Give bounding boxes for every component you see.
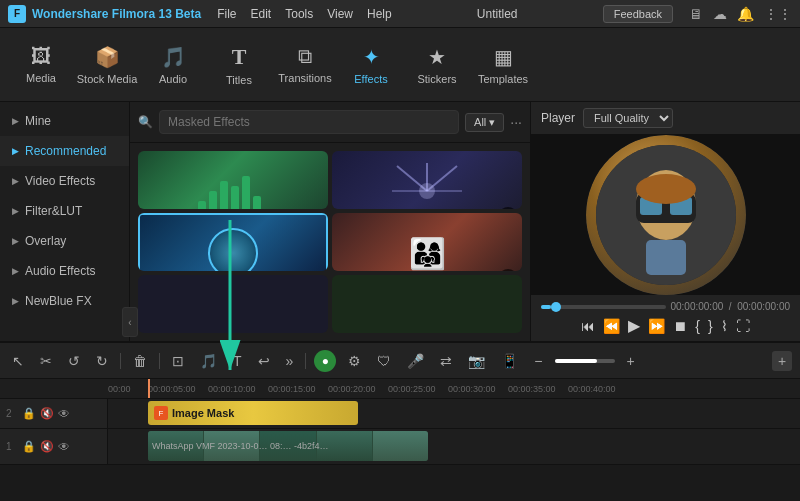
time-row: 00:00:00:00 / 00:00:00:00 xyxy=(541,301,790,312)
tool-titles[interactable]: T Titles xyxy=(208,34,270,96)
main-area: ▶ Mine ▶ Recommended ▶ Video Effects ▶ F… xyxy=(0,102,800,341)
tool-media[interactable]: 🖼 Media xyxy=(10,34,72,96)
search-input[interactable] xyxy=(159,110,459,134)
visualizer-bars-icon xyxy=(193,161,273,209)
track-1-content: WhatsApp VMF 2023-10-0… 08:… -4b2f4… xyxy=(108,429,800,464)
effect-warm-family[interactable]: 👨‍👩‍👧 ⬇ Warm Family 01 xyxy=(332,213,522,271)
skip-back-button[interactable]: ⏮ xyxy=(581,318,595,334)
text-button[interactable]: T xyxy=(229,351,246,371)
zoom-slider[interactable] xyxy=(555,359,615,363)
timeline-ruler: 00:00 00:00:05:00 00:00:10:00 00:00:15:0… xyxy=(0,379,800,399)
shield-button[interactable]: 🛡 xyxy=(373,351,395,371)
menu-tools[interactable]: Tools xyxy=(285,7,313,21)
camera-button[interactable]: 📷 xyxy=(464,351,489,371)
stop-button[interactable]: ⏹ xyxy=(673,318,687,334)
tool-templates[interactable]: ▦ Templates xyxy=(472,34,534,96)
ruler-mark-8: 00:00:40:00 xyxy=(568,384,616,394)
fullscreen-button[interactable]: ⛶ xyxy=(736,318,750,334)
track-2-eye-button[interactable]: 👁 xyxy=(58,407,70,421)
nav-mine[interactable]: ▶ Mine xyxy=(0,106,129,136)
ruler-mark-5: 00:00:25:00 xyxy=(388,384,436,394)
tool-stock-media[interactable]: 📦 Stock Media xyxy=(76,34,138,96)
tool-stickers[interactable]: ★ Stickers xyxy=(406,34,468,96)
redo-button[interactable]: ↻ xyxy=(92,351,112,371)
nav-audio-effects-label: Audio Effects xyxy=(25,264,96,278)
progress-bar[interactable] xyxy=(541,305,666,309)
select-tool-button[interactable]: ↖ xyxy=(8,351,28,371)
progress-fill xyxy=(541,305,551,309)
out-point-button[interactable]: } xyxy=(708,318,713,334)
filter-label: All xyxy=(474,116,486,128)
effect-light-effect[interactable]: ⬇ Light Effect 18 xyxy=(332,151,522,209)
nav-newblue-fx[interactable]: ▶ NewBlue FX xyxy=(0,286,129,316)
effect-thumb-light: ⬇ xyxy=(332,151,522,209)
effect-dark1[interactable] xyxy=(138,275,328,333)
mobile-button[interactable]: 📱 xyxy=(497,351,522,371)
add-track-button[interactable]: + xyxy=(772,351,792,371)
more-options-icon[interactable]: ··· xyxy=(510,114,522,130)
right-panel: Player Full Quality xyxy=(530,102,800,341)
templates-label: Templates xyxy=(478,73,528,85)
ruler-mark-1: 00:00:05:00 xyxy=(148,384,196,394)
nav-recommended[interactable]: ▶ Recommended xyxy=(0,136,129,166)
track-2-mute-button[interactable]: 🔇 xyxy=(40,407,54,420)
effect-image-mask[interactable]: Image Mask xyxy=(138,213,328,271)
nav-filter-lut[interactable]: ▶ Filter&LUT xyxy=(0,196,129,226)
effect-clip-label: Image Mask xyxy=(172,407,234,419)
step-forward-button[interactable]: ⏩ xyxy=(648,318,665,334)
left-panel: ▶ Mine ▶ Recommended ▶ Video Effects ▶ F… xyxy=(0,102,130,341)
nav-audio-effects[interactable]: ▶ Audio Effects xyxy=(0,256,129,286)
effects-search-bar: 🔍 All ▾ ··· xyxy=(130,102,530,143)
playhead[interactable] xyxy=(148,379,150,398)
effects-tl-button[interactable]: ↩ xyxy=(254,351,274,371)
svg-rect-0 xyxy=(198,201,206,209)
menu-help[interactable]: Help xyxy=(367,7,392,21)
split-button[interactable]: ⌇ xyxy=(721,318,728,334)
filter-all-badge[interactable]: All ▾ xyxy=(465,113,504,132)
delete-button[interactable]: 🗑 xyxy=(129,351,151,371)
logo-icon: F xyxy=(8,5,26,23)
menu-view[interactable]: View xyxy=(327,7,353,21)
player-preview-circle xyxy=(586,135,746,295)
effect-audio-visualizer[interactable]: Audio Visualizer Glow xyxy=(138,151,328,209)
settings-button[interactable]: ⚙ xyxy=(344,351,365,371)
effect-dark2[interactable] xyxy=(332,275,522,333)
tool-effects[interactable]: ✦ Effects xyxy=(340,34,402,96)
track-1-mute-button[interactable]: 🔇 xyxy=(40,440,54,453)
panel-collapse-button[interactable]: ‹ xyxy=(122,307,138,337)
playback-controls: 00:00:00:00 / 00:00:00:00 ⏮ ⏪ ▶ ⏩ ⏹ { } … xyxy=(531,295,800,341)
mic-button[interactable]: 🎤 xyxy=(403,351,428,371)
minus-zoom-button[interactable]: − xyxy=(530,351,546,371)
menu-file[interactable]: File xyxy=(217,7,236,21)
warm-family-icon: 👨‍👩‍👧 xyxy=(409,236,446,271)
in-point-button[interactable]: { xyxy=(695,318,700,334)
timeline-tracks: 2 🔒 🔇 👁 F Image Mask 1 🔒 🔇 👁 xyxy=(0,399,800,501)
tool-transitions[interactable]: ⧉ Transitions xyxy=(274,34,336,96)
transition-button[interactable]: ⇄ xyxy=(436,351,456,371)
menu-items: File Edit Tools View Help xyxy=(217,7,392,21)
svg-rect-3 xyxy=(231,186,239,209)
nav-overlay[interactable]: ▶ Overlay xyxy=(0,226,129,256)
play-button[interactable]: ▶ xyxy=(628,316,640,335)
razor-tool-button[interactable]: ✂ xyxy=(36,351,56,371)
more-tl-button[interactable]: » xyxy=(282,351,298,371)
monitor-icon: 🖥 xyxy=(689,6,703,22)
menu-edit[interactable]: Edit xyxy=(251,7,272,21)
ruler-mark-3: 00:00:15:00 xyxy=(268,384,316,394)
audio-effects-arrow: ▶ xyxy=(12,266,19,276)
track-1-eye-button[interactable]: 👁 xyxy=(58,440,70,454)
quality-select[interactable]: Full Quality xyxy=(583,108,673,128)
undo-button[interactable]: ↺ xyxy=(64,351,84,371)
record-button[interactable]: ● xyxy=(314,350,336,372)
nav-video-effects[interactable]: ▶ Video Effects xyxy=(0,166,129,196)
video-clip[interactable]: WhatsApp VMF 2023-10-0… 08:… -4b2f4… xyxy=(148,431,428,461)
filter-chevron-icon: ▾ xyxy=(489,116,495,129)
crop-button[interactable]: ⊡ xyxy=(168,351,188,371)
video-clip-label: WhatsApp VMF 2023-10-0… 08:… -4b2f4… xyxy=(152,441,329,451)
effect-clip[interactable]: F Image Mask xyxy=(148,401,358,425)
plus-zoom-button[interactable]: + xyxy=(623,351,639,371)
tool-audio[interactable]: 🎵 Audio xyxy=(142,34,204,96)
audio-button[interactable]: 🎵 xyxy=(196,351,221,371)
step-back-button[interactable]: ⏪ xyxy=(603,318,620,334)
feedback-button[interactable]: Feedback xyxy=(603,5,673,23)
